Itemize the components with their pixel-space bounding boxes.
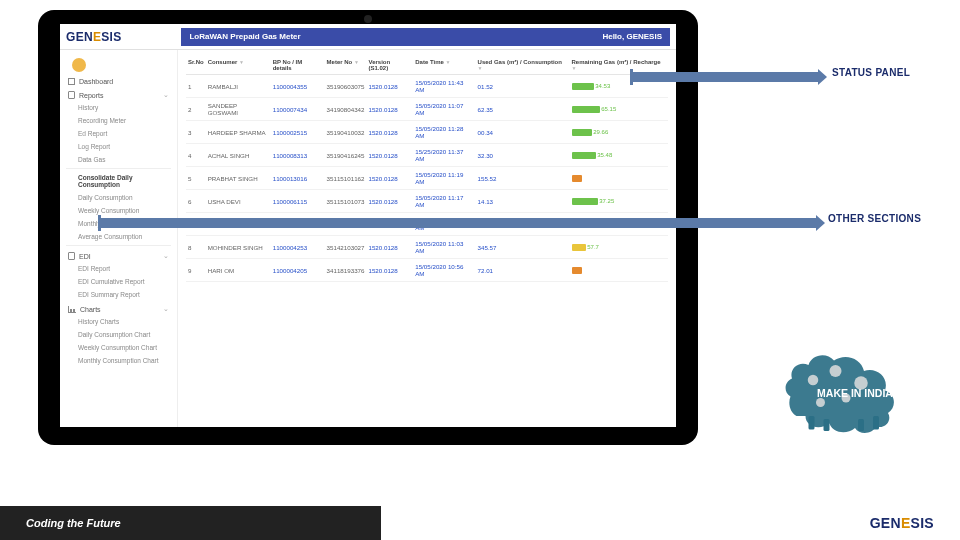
sidebar-subitem[interactable]: EDI Report: [60, 262, 177, 275]
table-header-row: Sr.No Consumer ▼ BP No / IM details Mete…: [186, 56, 668, 75]
sidebar-subitem[interactable]: Average Consumption: [60, 230, 177, 243]
cell-bp[interactable]: 1100004253: [271, 236, 325, 259]
status-bar: [572, 267, 582, 274]
svg-point-4: [808, 375, 819, 386]
status-bar: [572, 129, 592, 136]
cell-consumer: HARDEEP SHARMA: [206, 121, 271, 144]
status-bar: [572, 152, 596, 159]
col-used[interactable]: Used Gas (m³) / Consumption ▼: [476, 56, 570, 75]
brand-logo: GENESIS: [66, 30, 121, 44]
cell-sr: 1: [186, 75, 206, 98]
cell-remaining: 65.15: [570, 98, 668, 121]
callout-other: OTHER SECTIONS: [828, 214, 921, 224]
sidebar-user: [60, 54, 177, 74]
cell-remaining: [570, 259, 668, 282]
sidebar-subitem[interactable]: History Charts: [60, 315, 177, 328]
sidebar-subitem[interactable]: Data Gas: [60, 153, 177, 166]
sidebar-item-dashboard[interactable]: Dashboard: [60, 74, 177, 87]
col-sr[interactable]: Sr.No: [186, 56, 206, 75]
sidebar-item-label: Charts: [80, 306, 101, 313]
cell-sr: 9: [186, 259, 206, 282]
sidebar-subitem[interactable]: EDI Cumulative Report: [60, 275, 177, 288]
cell-bp[interactable]: 1100007434: [271, 98, 325, 121]
cell-consumer: RAMBALJI: [206, 75, 271, 98]
cell-used: 32.30: [476, 144, 570, 167]
callout-status: STATUS PANEL: [832, 68, 910, 78]
col-date[interactable]: Date Time ▼: [413, 56, 475, 75]
sidebar-subitem[interactable]: Consolidate Daily Consumption: [60, 171, 177, 191]
cell-bp[interactable]: 1100008313: [271, 144, 325, 167]
cell-sr: 4: [186, 144, 206, 167]
table-row[interactable]: 3HARDEEP SHARMA1100002515351904100321520…: [186, 121, 668, 144]
sidebar-item-label: EDI: [79, 253, 91, 260]
sidebar-item-reports[interactable]: Reports ⌄: [60, 87, 177, 101]
cell-consumer: ACHAL SINGH: [206, 144, 271, 167]
chevron-down-icon: ⌄: [163, 91, 169, 99]
footer-right: GENESIS: [381, 506, 960, 540]
col-consumer[interactable]: Consumer ▼: [206, 56, 271, 75]
sidebar-item-label: Dashboard: [79, 78, 113, 85]
cell-datetime: 15/05/2020 11:17 AM: [413, 190, 475, 213]
col-version[interactable]: Version (S1.02): [366, 56, 413, 75]
app-body: Dashboard Reports ⌄ HistoryRecording Met…: [60, 50, 676, 427]
status-bar: [572, 198, 598, 205]
cell-datetime: 15/05/2020 11:43 AM: [413, 75, 475, 98]
cell-sr: 2: [186, 98, 206, 121]
cell-consumer: HARI OM: [206, 259, 271, 282]
sidebar-subitem[interactable]: Monthly Consumption Chart: [60, 354, 177, 367]
cell-used: 14.13: [476, 190, 570, 213]
main-content: Sr.No Consumer ▼ BP No / IM details Mete…: [178, 50, 676, 427]
cell-bp[interactable]: 1100013016: [271, 167, 325, 190]
sidebar-subitem[interactable]: Ed Report: [60, 127, 177, 140]
cell-datetime: 15/25/2020 11:37 AM: [413, 144, 475, 167]
table-row[interactable]: 2SANDEEP GOSWAMI110000743434190804342152…: [186, 98, 668, 121]
sidebar-item-charts[interactable]: Charts ⌄: [60, 301, 177, 315]
sidebar-subitem[interactable]: Recording Meter: [60, 114, 177, 127]
cell-meter: 35190603075: [325, 75, 367, 98]
document-icon: [68, 91, 75, 99]
cell-meter: 34190804342: [325, 98, 367, 121]
cell-used: 155.52: [476, 167, 570, 190]
dashboard-icon: [68, 78, 75, 85]
app-topbar: GENESIS LoRaWAN Prepaid Gas Meter Hello,…: [60, 24, 676, 50]
cell-bp[interactable]: 1100004355: [271, 75, 325, 98]
sidebar-subitem[interactable]: Daily Consumption: [60, 191, 177, 204]
col-meter[interactable]: Meter No ▼: [325, 56, 367, 75]
table-row[interactable]: 4ACHAL SINGH1100008313351904162451520.01…: [186, 144, 668, 167]
cell-bp[interactable]: 1100006115: [271, 190, 325, 213]
sidebar: Dashboard Reports ⌄ HistoryRecording Met…: [60, 50, 178, 427]
cell-remaining: 35.48: [570, 144, 668, 167]
sidebar-item-edi[interactable]: EDI ⌄: [60, 248, 177, 262]
cell-remaining: 29.66: [570, 121, 668, 144]
table-row[interactable]: 9HARI OM1100004205341181933761520.012815…: [186, 259, 668, 282]
sidebar-subitem[interactable]: EDI Summary Report: [60, 288, 177, 301]
table-row[interactable]: 5PRABHAT SINGH1100013016351151011621520.…: [186, 167, 668, 190]
sidebar-subitem[interactable]: Weekly Consumption Chart: [60, 341, 177, 354]
cell-version: 1520.0128: [366, 167, 413, 190]
svg-point-8: [816, 398, 825, 407]
col-bp[interactable]: BP No / IM details: [271, 56, 325, 75]
table-row[interactable]: 6USHA DEVI1100006115351151010731520.0128…: [186, 190, 668, 213]
status-bar: [572, 175, 582, 182]
document-icon: [68, 252, 75, 260]
sidebar-subitem[interactable]: Daily Consumption Chart: [60, 328, 177, 341]
cell-bp[interactable]: 1100004205: [271, 259, 325, 282]
cell-remaining: 57.7: [570, 236, 668, 259]
tablet-camera: [364, 15, 372, 23]
cell-sr: 6: [186, 190, 206, 213]
sidebar-subitem[interactable]: Log Report: [60, 140, 177, 153]
sidebar-subitem[interactable]: History: [60, 101, 177, 114]
cell-version: 1520.0128: [366, 144, 413, 167]
cell-bp[interactable]: 1100002515: [271, 121, 325, 144]
chevron-down-icon: ⌄: [163, 305, 169, 313]
table-row[interactable]: 1RAMBALJI1100004355351906030751520.01281…: [186, 75, 668, 98]
table-row[interactable]: 8MOHINDER SINGH1100004253351421030271520…: [186, 236, 668, 259]
svg-rect-0: [809, 416, 815, 430]
cell-version: 1520.0128: [366, 190, 413, 213]
cell-consumer: MOHINDER SINGH: [206, 236, 271, 259]
cell-meter: 35190416245: [325, 144, 367, 167]
cell-version: 1520.0128: [366, 98, 413, 121]
cell-datetime: 15/05/2020 11:28 AM: [413, 121, 475, 144]
app-title: LoRaWAN Prepaid Gas Meter: [189, 28, 300, 46]
arrow-other: [98, 216, 818, 230]
